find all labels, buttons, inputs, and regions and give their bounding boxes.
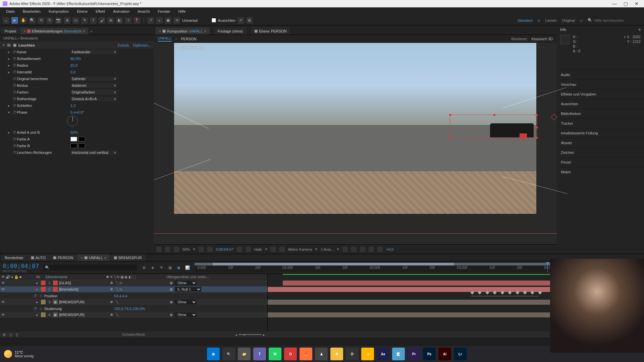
phase-dial[interactable]: [67, 116, 78, 126]
farbe-a-picker[interactable]: [78, 137, 85, 141]
maximize-button[interactable]: ▢: [624, 1, 628, 6]
snap-grid-icon[interactable]: ⊞: [246, 17, 253, 24]
switches-modes-label[interactable]: Schalter/Modi: [122, 333, 145, 337]
taskbar-app[interactable]: Pr: [408, 348, 420, 360]
timeline-search-input[interactable]: [52, 265, 135, 269]
playhead[interactable]: [547, 263, 548, 272]
renderer-value[interactable]: Klassisch 3D: [531, 37, 553, 41]
visibility-toggle[interactable]: 👁: [0, 281, 6, 285]
pickwhip-icon[interactable]: ⊚: [170, 300, 173, 304]
magnification-dropdown[interactable]: 50%: [182, 247, 190, 251]
type-tool[interactable]: T: [90, 17, 97, 24]
crumb-person[interactable]: PERSON: [181, 37, 196, 41]
puppet-tool[interactable]: 📍: [133, 17, 140, 24]
layer-name[interactable]: [BREMSSPUR]: [58, 300, 110, 304]
twirl-icon[interactable]: ▸: [8, 130, 12, 135]
panel-effekte-vorgaben[interactable]: Effekte und Vorgaben: [557, 89, 644, 99]
panel-pinsel[interactable]: Pinsel: [557, 157, 644, 167]
work-area-bar[interactable]: [213, 263, 454, 265]
brush-tool[interactable]: 🖌: [99, 17, 105, 24]
tab-auto[interactable]: ▦AUTO: [28, 254, 49, 261]
layer-color-label[interactable]: [41, 281, 46, 285]
stopwatch-icon[interactable]: ⏱: [34, 307, 40, 311]
menu-effekt[interactable]: Effekt: [92, 9, 108, 14]
schleifen-value[interactable]: 1,0: [70, 104, 75, 108]
twirl-icon[interactable]: ▸: [8, 63, 12, 68]
reihenfolge-dropdown[interactable]: Dreieck A>B>A: [70, 97, 117, 101]
selection-bounding-box[interactable]: [450, 115, 537, 138]
workspace-standard[interactable]: Standard: [518, 18, 533, 22]
taskbar-app[interactable]: 📝: [392, 348, 405, 360]
local-axis-icon[interactable]: ↗: [147, 17, 154, 24]
workspace-overflow-icon[interactable]: »: [580, 18, 582, 22]
toggle-in-out-icon[interactable]: {}: [16, 333, 18, 337]
pickwhip-icon[interactable]: ⊚: [170, 313, 173, 317]
frameblend-switch-icon[interactable]: ▦: [120, 275, 124, 279]
parent-dropdown[interactable]: Ohne: [175, 312, 197, 317]
stopwatch-icon[interactable]: ⏱: [12, 130, 17, 135]
phase-value[interactable]: 0 x+0,0°: [70, 110, 84, 114]
panel-menu-icon[interactable]: ≡: [104, 256, 106, 260]
taskbar-app[interactable]: ⊞: [207, 348, 220, 360]
reset-link[interactable]: Zurück: [118, 43, 129, 47]
label-col-icon[interactable]: ■: [19, 275, 22, 279]
stopwatch-icon[interactable]: ⏱: [12, 50, 17, 54]
farbe-b-swatch[interactable]: [70, 143, 77, 148]
radius-value[interactable]: 92,0: [70, 63, 77, 67]
original-dropdown[interactable]: Dahinter: [70, 76, 117, 81]
motion-blur-icon[interactable]: ◉: [176, 264, 182, 270]
panel-vorschau[interactable]: Vorschau: [557, 79, 644, 89]
taskbar-app[interactable]: 🦊: [300, 348, 312, 360]
twirl-icon[interactable]: ▸: [36, 313, 41, 317]
collapse-switch-icon[interactable]: ☀: [110, 275, 113, 279]
taskbar-app[interactable]: N: [330, 348, 343, 360]
farbe-b-picker[interactable]: [78, 143, 85, 148]
parent-dropdown[interactable]: 5. Null 1: [175, 287, 201, 292]
pickwhip-icon[interactable]: ⊚: [170, 281, 173, 285]
layer-color-label[interactable]: [41, 287, 46, 292]
snapping-checkbox[interactable]: [212, 18, 216, 22]
parent-dropdown[interactable]: Ohne: [175, 281, 197, 285]
close-tab-icon[interactable]: ×: [159, 29, 161, 33]
preview-time[interactable]: 0;00;04;07: [216, 247, 233, 251]
workspace-lernen[interactable]: Lernen: [545, 18, 557, 22]
property-value[interactable]: 100,0,74,0,100,0%: [114, 307, 145, 311]
exposure-value[interactable]: +0,0: [386, 247, 393, 251]
solo-col-icon[interactable]: ●: [11, 275, 13, 279]
hand-tool[interactable]: ✋: [20, 17, 27, 24]
tab-composition[interactable]: × ▦ Komposition UNFALL ≡: [156, 27, 210, 35]
mask-icon[interactable]: [207, 247, 213, 252]
close-tab-icon[interactable]: ×: [23, 29, 25, 33]
farben-dropdown[interactable]: Originalfarben: [70, 90, 117, 95]
stopwatch-icon[interactable]: ⏱: [12, 110, 17, 115]
camera-dropdown[interactable]: Aktive Kamera: [288, 247, 312, 251]
menu-datei[interactable]: Datei: [3, 9, 18, 14]
pickwhip-icon[interactable]: ⊚: [170, 287, 173, 292]
camera-tool[interactable]: 📷: [55, 17, 62, 24]
parent-dropdown[interactable]: Ohne: [175, 300, 197, 304]
options-link[interactable]: Optionen...: [133, 43, 151, 47]
menu-ebene[interactable]: Ebene: [73, 9, 91, 14]
color-mgmt-icon[interactable]: [246, 247, 251, 252]
stopwatch-icon[interactable]: ⏱: [12, 70, 17, 74]
stopwatch-icon[interactable]: ⏱: [12, 83, 17, 88]
panel-tracker[interactable]: Tracker: [557, 118, 644, 128]
menu-bearbeiten[interactable]: Bearbeiten: [19, 9, 44, 14]
frame-blend-icon[interactable]: ▦: [167, 264, 173, 270]
stopwatch-icon[interactable]: ⏱: [12, 150, 17, 155]
twirl-icon[interactable]: ▸: [8, 104, 12, 108]
panel-absatz[interactable]: Absatz: [557, 138, 644, 147]
res-icon[interactable]: [174, 247, 179, 252]
schwellenwert-value[interactable]: 60,0%: [70, 57, 81, 61]
channel-icon[interactable]: [165, 247, 170, 252]
video-col-icon[interactable]: 👁: [1, 275, 5, 279]
eraser-tool[interactable]: ◧: [116, 17, 123, 24]
3d-switch-icon[interactable]: ⬚: [132, 275, 136, 279]
timeline-icon[interactable]: [360, 247, 365, 252]
panel-ausrichten[interactable]: Ausrichten: [557, 99, 644, 109]
current-time[interactable]: 0;00;04;07: [3, 262, 39, 269]
close-button[interactable]: ✕: [635, 1, 639, 6]
fx-switch-icon[interactable]: fx: [117, 275, 120, 279]
taskbar-app[interactable]: 📂: [361, 348, 374, 360]
tab-project[interactable]: Projekt: [1, 28, 19, 35]
